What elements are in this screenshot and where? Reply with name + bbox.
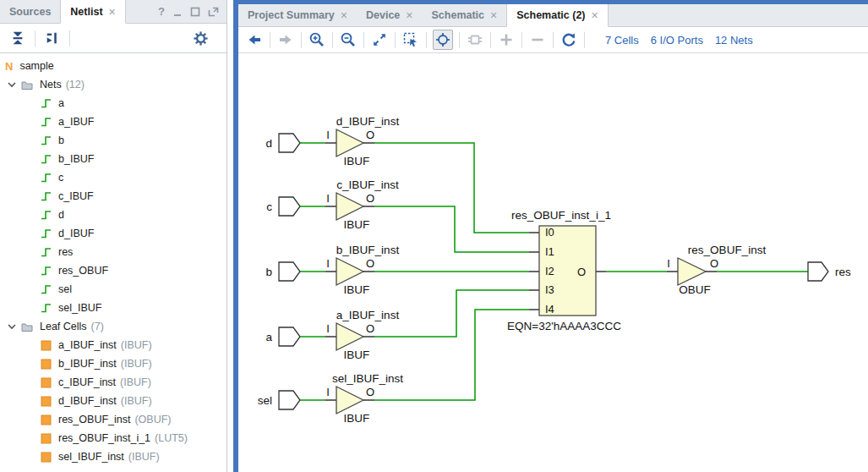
expand-selected-icon[interactable]	[43, 29, 62, 47]
regenerate-icon[interactable]	[560, 30, 578, 49]
tab-netlist[interactable]: Netlist ×	[60, 0, 125, 24]
instance-label: res_OBUF_inst_i_1	[511, 209, 611, 222]
tree-item-b[interactable]: b	[0, 131, 227, 150]
ibuf-symbol[interactable]	[336, 387, 363, 414]
nets-count-link[interactable]: 12 Nets	[715, 34, 753, 47]
ibuf-a: a I O a_IBUF_inst IBUF	[265, 309, 399, 361]
maximize-icon[interactable]	[190, 7, 200, 17]
net-icon	[41, 265, 52, 277]
schematic-canvas[interactable]: d I O d_IBUF_inst IBUF c I	[238, 53, 868, 472]
input-port-sel[interactable]	[279, 391, 300, 409]
toolbar-separator	[301, 32, 302, 48]
toolbar-separator	[426, 32, 427, 48]
tree-item-b-ibuf-inst[interactable]: b_IBUF_inst (IBUF)	[0, 354, 227, 373]
tree-item-nets[interactable]: Nets (12)	[0, 75, 227, 94]
toolbar-separator	[363, 32, 364, 48]
minimize-icon[interactable]	[172, 7, 183, 17]
io-ports-count-link[interactable]: 6 I/O Ports	[651, 34, 703, 47]
ibuf-sel: sel I O sel_IBUF_inst IBUF	[258, 372, 404, 425]
float-icon[interactable]	[208, 7, 219, 17]
port-label: d	[265, 137, 272, 150]
ibuf-symbol[interactable]	[336, 258, 363, 285]
tree-item-c-ibuf-inst[interactable]: c_IBUF_inst (IBUF)	[0, 373, 227, 392]
toolbar-separator	[35, 30, 35, 47]
tree-item-a-ibuf-inst[interactable]: a_IBUF_inst (IBUF)	[0, 336, 227, 354]
forward-icon[interactable]	[276, 30, 295, 49]
schematic-drawing: d I O d_IBUF_inst IBUF c I	[238, 53, 868, 472]
in-pin-label: I	[326, 386, 330, 398]
net-icon	[41, 228, 52, 239]
autofit-selection-toggle[interactable]	[433, 30, 453, 50]
tree-item-sel[interactable]: sel	[0, 280, 227, 299]
ibuf-symbol[interactable]	[336, 129, 363, 156]
folder-icon	[21, 79, 33, 91]
chevron-down-icon[interactable]	[7, 80, 17, 90]
ibuf-symbol[interactable]	[336, 193, 363, 220]
tab-sources[interactable]: Sources	[0, 0, 60, 23]
tab-schematic[interactable]: Schematic ×	[423, 4, 507, 26]
back-icon[interactable]	[245, 30, 264, 49]
tree-item-a-ibuf[interactable]: a_IBUF	[0, 113, 227, 131]
tree-item-d-ibuf-inst[interactable]: d_IBUF_inst (IBUF)	[0, 392, 227, 410]
tree-item-res[interactable]: res	[0, 243, 227, 261]
tree-item-res-obuf-inst[interactable]: res_OBUF_inst (OBUF)	[0, 410, 227, 429]
chevron-down-icon[interactable]	[7, 321, 17, 332]
net-icon	[41, 97, 52, 109]
close-icon[interactable]: ×	[490, 9, 497, 21]
net-wire-sel-ibuf[interactable]	[374, 310, 529, 400]
instance-label: b_IBUF_inst	[336, 244, 400, 256]
tree-item-c[interactable]: c	[0, 168, 227, 187]
tree-item-a[interactable]: a	[0, 94, 227, 113]
instance-label: res_OBUF_inst	[688, 244, 767, 256]
settings-gear-icon[interactable]	[191, 29, 210, 47]
cells-count-link[interactable]: 7 Cells	[605, 34, 639, 47]
tree-item-c-ibuf[interactable]: c_IBUF	[0, 187, 227, 206]
close-icon[interactable]: ×	[109, 6, 116, 18]
show-connectivity-icon[interactable]	[466, 30, 484, 49]
close-icon[interactable]: ×	[592, 9, 598, 21]
tree-item-sel-ibuf[interactable]: sel_IBUF	[0, 299, 227, 317]
output-port-res[interactable]	[808, 262, 828, 281]
port-label: a	[265, 331, 272, 343]
toolbar-separator	[459, 32, 460, 48]
tree-item-sample[interactable]: N sample	[0, 57, 227, 75]
zoom-out-icon[interactable]	[339, 30, 358, 49]
panel-splitter[interactable]	[227, 0, 233, 472]
tree-item-sel-ibuf-inst[interactable]: sel_IBUF_inst (IBUF)	[0, 447, 227, 466]
netlist-panel-tab-bar: Sources Netlist × ?	[0, 0, 227, 24]
close-icon[interactable]: ×	[341, 9, 347, 21]
collapse-all-icon[interactable]	[8, 29, 27, 47]
input-port-d[interactable]	[279, 134, 300, 152]
tab-device[interactable]: Device ×	[357, 4, 423, 26]
tree-item-leaf-cells[interactable]: Leaf Cells (7)	[0, 317, 227, 336]
zoom-fit-icon[interactable]	[370, 30, 389, 49]
lut-pin-i3: I3	[545, 283, 554, 296]
input-port-a[interactable]	[279, 327, 300, 346]
input-port-b[interactable]	[279, 262, 300, 281]
tree-item-d-ibuf[interactable]: d_IBUF	[0, 224, 227, 243]
in-pin-label: I	[326, 192, 330, 205]
cell-icon	[41, 376, 52, 388]
lut-pin-i0: I0	[545, 226, 554, 239]
tree-item-res-obuf[interactable]: res_OBUF	[0, 261, 227, 280]
tree-item-res-obuf-inst-i-1[interactable]: res_OBUF_inst_i_1 (LUT5)	[0, 429, 227, 447]
zoom-selection-icon[interactable]	[401, 30, 420, 49]
collapse-cone-icon[interactable]	[528, 30, 547, 49]
close-icon[interactable]: ×	[406, 9, 412, 21]
schematic-panel: Project Summary × Device × Schematic × S…	[233, 0, 868, 472]
ibuf-symbol[interactable]	[336, 323, 363, 350]
help-icon[interactable]: ?	[158, 5, 165, 18]
tab-project-summary[interactable]: Project Summary ×	[238, 4, 357, 26]
cell-type-label: IBUF	[344, 218, 370, 231]
toolbar-separator	[553, 32, 554, 48]
netlist-icon: N	[5, 60, 13, 73]
tab-schematic-2[interactable]: Schematic (2) ×	[506, 4, 608, 27]
expand-cone-icon[interactable]	[497, 30, 516, 49]
zoom-in-icon[interactable]	[308, 30, 326, 49]
out-pin-label: O	[366, 129, 374, 141]
tree-item-d[interactable]: d	[0, 206, 227, 224]
input-port-c[interactable]	[279, 197, 300, 216]
obuf-symbol[interactable]	[678, 258, 706, 285]
tab-label: Device	[366, 9, 400, 21]
tree-item-b-ibuf[interactable]: b_IBUF	[0, 150, 227, 168]
